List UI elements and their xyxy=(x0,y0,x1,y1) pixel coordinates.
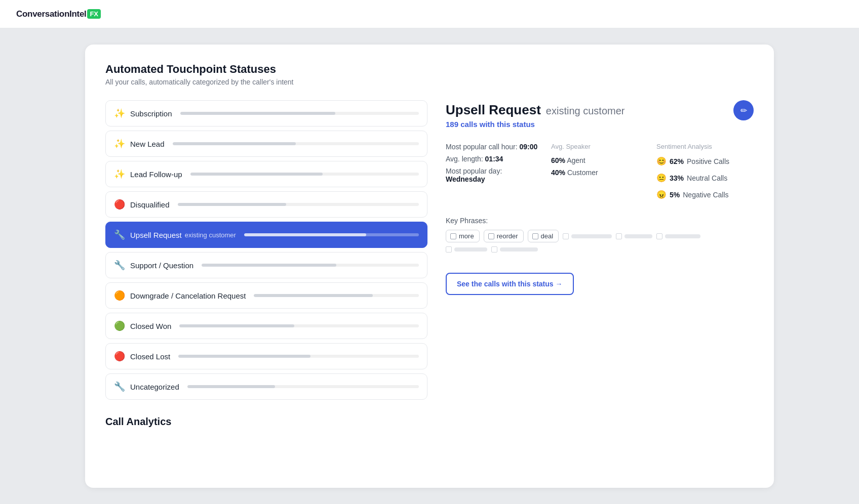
stat-popular-day: Most popular day: Wednesday xyxy=(446,167,543,183)
status-bar-bg-uncategorized xyxy=(187,385,419,388)
status-bar-fill-downgrade-cancel xyxy=(254,294,372,297)
sentiment-title: Sentiment Analysis xyxy=(656,143,754,150)
status-bar-wrap-closed-won xyxy=(179,324,419,327)
phrase-tag-icon-reorder xyxy=(488,233,494,239)
status-bar-bg-lead-followup xyxy=(190,173,419,176)
status-item-name-upsell-request: Upsell Request xyxy=(130,231,182,239)
positive-icon: 😊 xyxy=(656,156,667,166)
phrase-placeholder-bar-2 xyxy=(665,234,700,238)
status-item-name-closed-lost: Closed Lost xyxy=(130,352,170,361)
status-bar-bg-disqualified xyxy=(178,203,419,206)
status-item-lead-followup[interactable]: ✨Lead Follow-up xyxy=(105,161,427,187)
status-bar-fill-closed-lost xyxy=(178,355,310,358)
content-grid: ✨Subscription✨New Lead✨Lead Follow-up🔴Di… xyxy=(105,100,754,400)
phrase-tag-text-deal: deal xyxy=(541,232,554,240)
call-analytics-title: Call Analytics xyxy=(105,416,754,428)
status-bar-wrap-support-question xyxy=(202,264,419,267)
stat-agent: 60% Agent xyxy=(551,156,648,164)
sentiment-positive: 😊 62% Positive Calls xyxy=(656,156,754,166)
stat-group-speaker: Avg. Speaker 60% Agent 40% Customer xyxy=(551,143,648,202)
status-bar-fill-closed-won xyxy=(179,324,294,327)
phrase-tag-text-more: more xyxy=(459,232,474,240)
status-bar-wrap-subscription xyxy=(180,112,419,115)
phrase-tag-icon-deal xyxy=(532,233,538,239)
key-phrases-section: Key Phrases: morereorderdeal xyxy=(446,217,754,253)
phrase-placeholder-r2-bar-0 xyxy=(454,247,487,251)
status-item-name-disqualified: Disqualified xyxy=(130,200,170,209)
phrase-tag-reorder: reorder xyxy=(484,230,524,242)
customer-pct: 40% xyxy=(551,169,565,177)
status-bar-wrap-new-lead xyxy=(173,142,419,145)
status-bar-wrap-downgrade-cancel xyxy=(254,294,419,297)
status-item-subscription[interactable]: ✨Subscription xyxy=(105,100,427,127)
phrase-tag-deal: deal xyxy=(528,230,559,242)
stat-group-call: Most popular call hour: 09:00 Avg. lengt… xyxy=(446,143,543,202)
status-bar-fill-uncategorized xyxy=(187,385,276,388)
key-phrases-row-2 xyxy=(446,246,754,253)
page-title: Automated Touchpoint Statuses xyxy=(105,63,754,76)
phrase-placeholder-r2-icon-1 xyxy=(491,246,497,253)
stats-grid: Most popular call hour: 09:00 Avg. lengt… xyxy=(446,143,754,202)
calls-count: 189 calls with this status xyxy=(446,120,754,129)
avg-length-value: 01:34 xyxy=(485,155,503,163)
page-subtitle: All your calls, automatically categorize… xyxy=(105,78,754,86)
status-bar-bg-support-question xyxy=(202,264,419,267)
status-item-name-new-lead: New Lead xyxy=(130,140,165,148)
phrase-placeholder-2 xyxy=(656,233,700,239)
status-item-closed-won[interactable]: 🟢Closed Won xyxy=(105,313,427,339)
see-calls-button[interactable]: See the calls with this status → xyxy=(446,273,574,295)
status-bar-wrap-closed-lost xyxy=(178,355,419,358)
status-item-name-support-question: Support / Question xyxy=(130,261,193,270)
status-item-name-closed-won: Closed Won xyxy=(130,322,171,330)
stat-group-sentiment: Sentiment Analysis 😊 62% Positive Calls … xyxy=(656,143,754,202)
status-item-upsell-request[interactable]: 🔧Upsell Requestexisting customer xyxy=(105,222,427,248)
status-bar-fill-new-lead xyxy=(173,142,296,145)
phrase-placeholder-icon-2 xyxy=(656,233,662,239)
phrase-tag-more: more xyxy=(446,230,480,242)
status-item-new-lead[interactable]: ✨New Lead xyxy=(105,131,427,157)
main-content: Automated Touchpoint Statuses All your c… xyxy=(0,28,859,504)
phrase-placeholder-r2-1 xyxy=(491,246,538,253)
positive-pct: 62% xyxy=(670,157,684,165)
negative-label: Negative Calls xyxy=(683,191,728,199)
status-item-icon-closed-won: 🟢 xyxy=(114,320,125,331)
neutral-icon: 😐 xyxy=(656,173,667,183)
status-item-name-subscription: Subscription xyxy=(130,109,172,118)
phrase-placeholder-0 xyxy=(563,233,612,239)
status-bar-fill-disqualified xyxy=(178,203,286,206)
status-bar-bg-subscription xyxy=(180,112,419,115)
stat-call-hour: Most popular call hour: 09:00 xyxy=(446,143,543,151)
sentiment-negative: 😠 5% Negative Calls xyxy=(656,190,754,199)
status-item-uncategorized[interactable]: 🔧Uncategorized xyxy=(105,373,427,400)
status-item-disqualified[interactable]: 🔴Disqualified xyxy=(105,191,427,218)
detail-panel: ✏ Upsell Request existing customer 189 c… xyxy=(446,100,754,400)
key-phrases-row-1: morereorderdeal xyxy=(446,230,754,242)
status-item-support-question[interactable]: 🔧Support / Question xyxy=(105,252,427,278)
phrase-tag-text-reorder: reorder xyxy=(497,232,518,240)
status-bar-fill-subscription xyxy=(180,112,335,115)
status-bar-bg-new-lead xyxy=(173,142,419,145)
status-item-downgrade-cancel[interactable]: 🟠Downgrade / Cancelation Request xyxy=(105,282,427,309)
detail-sub-label: existing customer xyxy=(546,105,625,117)
status-item-icon-new-lead: ✨ xyxy=(114,138,125,149)
status-item-closed-lost[interactable]: 🔴Closed Lost xyxy=(105,343,427,369)
logo: ConversationIntel FX xyxy=(16,9,101,19)
status-bar-bg-closed-lost xyxy=(178,355,419,358)
status-bar-fill-upsell-request xyxy=(244,233,367,236)
detail-title-main: Upsell Request xyxy=(446,102,541,118)
edit-icon: ✏ xyxy=(740,106,747,115)
status-item-name-downgrade-cancel: Downgrade / Cancelation Request xyxy=(130,291,246,300)
status-item-icon-upsell-request: 🔧 xyxy=(114,229,125,240)
phrase-placeholder-r2-icon-0 xyxy=(446,246,452,253)
popular-day-value: Wednesday xyxy=(446,175,485,183)
edit-button[interactable]: ✏ xyxy=(733,100,754,120)
agent-pct: 60% xyxy=(551,156,565,164)
status-bar-fill-support-question xyxy=(202,264,336,267)
status-item-icon-closed-lost: 🔴 xyxy=(114,351,125,362)
phrase-placeholder-icon-1 xyxy=(616,233,622,239)
speaker-title: Avg. Speaker xyxy=(551,143,648,150)
status-item-icon-support-question: 🔧 xyxy=(114,260,125,271)
status-item-sub-upsell-request: existing customer xyxy=(185,231,236,239)
status-item-icon-lead-followup: ✨ xyxy=(114,169,125,180)
status-bar-bg-upsell-request xyxy=(244,233,419,236)
